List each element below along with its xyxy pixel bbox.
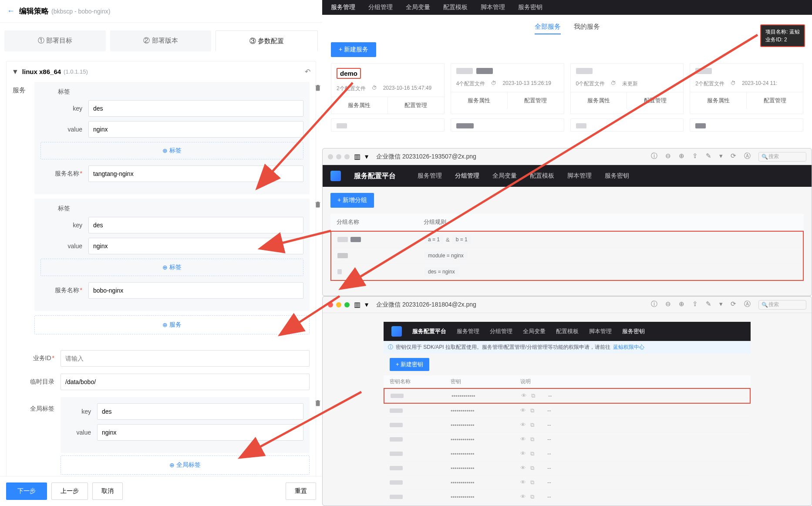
group-row[interactable]: des = nginx [331,264,803,280]
secret-row[interactable]: ••••••••••••👁⧉-- [384,432,751,447]
nav-item[interactable]: 服务管理 [418,172,442,180]
nav-item[interactable]: 服务密钥 [605,172,629,180]
edit-icon[interactable]: ✎ [706,152,711,162]
service-card[interactable] [331,118,445,132]
global-value-input[interactable] [97,424,303,441]
add-tag-button[interactable]: ⊕标签 [40,259,303,276]
nav-item[interactable]: 配置模板 [443,3,468,11]
secret-row[interactable]: ••••••••••••👁⧉-- [384,490,751,504]
rotate-icon[interactable]: ⟳ [731,152,736,162]
nav-item[interactable]: 全局变量 [492,172,517,180]
prev-button[interactable]: 上一步 [51,482,88,500]
zoom-out-icon[interactable]: ⊖ [665,152,671,162]
delete-icon[interactable] [314,200,322,210]
service-card[interactable]: 2个配置文件⏱2023-10-24 11: 服务属性配置管理 [690,63,803,114]
nav-item[interactable]: 配置模板 [556,327,579,335]
nav-item[interactable]: 脚本管理 [589,327,612,335]
service-card[interactable]: 4个配置文件⏱2023-10-13 15:26:19 服务属性配置管理 [451,63,564,114]
secret-row[interactable]: ••••••••••••👁⧉-- [384,404,751,418]
nav-item[interactable]: 服务密钥 [518,3,542,11]
share-icon[interactable]: ⇪ [692,300,698,310]
zoom-in-icon[interactable]: ⊕ [679,152,684,162]
cancel-button[interactable]: 取消 [92,482,123,500]
subtab-all[interactable]: 全部服务 [535,23,561,34]
nav-item[interactable]: 分组管理 [455,172,479,180]
nav-item[interactable]: 全局变量 [406,3,430,11]
secret-row[interactable]: ••••••••••••👁⧉-- [384,476,751,490]
search-input[interactable]: 🔍搜索 [758,152,806,162]
tab-deploy-target[interactable]: ① 部署目标 [4,30,106,51]
service-card[interactable]: demo 2个配置文件⏱2023-10-16 15:47:49 服务属性配置管理 [331,63,445,114]
reset-button[interactable]: 重置 [286,482,316,500]
minimize-icon[interactable] [336,302,341,307]
key-input[interactable] [88,217,303,233]
nav-item[interactable]: 全局变量 [523,327,546,335]
fullscreen-icon[interactable] [344,302,350,307]
perm-center-link[interactable]: 蓝鲸权限中心 [613,344,644,351]
service-card[interactable] [570,118,684,132]
svc-attr-link[interactable]: 服务属性 [451,92,507,109]
new-key-button[interactable]: + 新建密钥 [390,358,429,371]
nav-item[interactable]: 服务密钥 [622,327,645,335]
nav-item[interactable]: 脚本管理 [567,172,592,180]
tab-param-config[interactable]: ③ 参数配置 [216,30,318,51]
finder-icon[interactable]: Ⓐ [744,152,751,162]
new-group-button[interactable]: + 新增分组 [330,193,374,208]
service-card[interactable] [451,118,564,132]
add-global-tag-button[interactable]: ⊕全局标签 [61,455,310,475]
search-input[interactable]: 🔍搜索 [758,300,806,310]
svc-attr-link[interactable]: 服务属性 [690,92,746,109]
rotate-icon[interactable]: ⟳ [731,300,736,310]
back-icon[interactable]: ← [7,7,15,16]
sidebar-icon[interactable]: ▥ [354,300,361,309]
cfg-mgr-link[interactable]: 配置管理 [507,92,564,109]
nav-item[interactable]: 服务管理 [331,3,355,11]
info-icon[interactable]: ⓘ [651,152,657,162]
secret-row[interactable]: ••••••••••••👁⧉-- [384,388,751,404]
value-input[interactable] [88,121,303,138]
temp-dir-input[interactable] [61,374,310,390]
finder-icon[interactable]: Ⓐ [744,300,751,310]
svc-attr-link[interactable]: 服务属性 [331,97,387,114]
next-button[interactable]: 下一步 [6,482,47,500]
secret-row[interactable]: ••••••••••••👁⧉-- [384,447,751,461]
biz-id-input[interactable] [61,350,310,367]
key-input[interactable] [88,100,303,117]
tab-deploy-version[interactable]: ② 部署版本 [110,30,212,51]
nav-item[interactable]: 服务管理 [457,327,479,335]
nav-item[interactable]: 分组管理 [368,3,393,11]
nav-item[interactable]: 分组管理 [490,327,512,335]
share-icon[interactable]: ⇪ [692,152,698,162]
value-input[interactable] [88,238,303,254]
group-row[interactable]: a = 1&b = 1 [331,232,803,248]
service-card[interactable]: 0个配置文件⏱未更新 服务属性配置管理 [570,63,684,114]
service-name-input[interactable] [88,165,303,182]
fullscreen-icon[interactable] [344,154,350,159]
group-row[interactable]: module = nginx [331,248,803,264]
svc-attr-link[interactable]: 服务属性 [571,92,627,109]
global-key-input[interactable] [97,403,303,420]
info-icon[interactable]: ⓘ [651,300,657,310]
secret-row[interactable]: ••••••••••••👁⧉-- [384,418,751,432]
zoom-in-icon[interactable]: ⊕ [679,300,684,310]
undo-icon[interactable]: ↶ [305,67,310,76]
delete-icon[interactable] [314,399,322,408]
close-icon[interactable] [328,302,333,307]
add-tag-button[interactable]: ⊕标签 [40,142,303,159]
delete-icon[interactable] [314,84,322,93]
cfg-mgr-link[interactable]: 配置管理 [627,92,683,109]
service-name-input[interactable] [88,282,303,299]
nav-item[interactable]: 脚本管理 [481,3,505,11]
subtab-mine[interactable]: 我的服务 [574,23,600,34]
edit-icon[interactable]: ✎ [706,300,711,310]
service-card[interactable] [690,118,803,132]
secret-row[interactable]: ••••••••••••👁⧉-- [384,461,751,476]
minimize-icon[interactable] [336,154,341,159]
add-service-button[interactable]: ⊕服务 [34,315,310,334]
nav-item[interactable]: 配置模板 [530,172,554,180]
cfg-mgr-link[interactable]: 配置管理 [387,97,444,114]
zoom-out-icon[interactable]: ⊖ [665,300,671,310]
sidebar-icon[interactable]: ▥ [354,152,361,161]
close-icon[interactable] [328,154,333,159]
platform-header[interactable]: ▼ linux x86_64 (1.0.1.15) ↶ [7,61,316,82]
